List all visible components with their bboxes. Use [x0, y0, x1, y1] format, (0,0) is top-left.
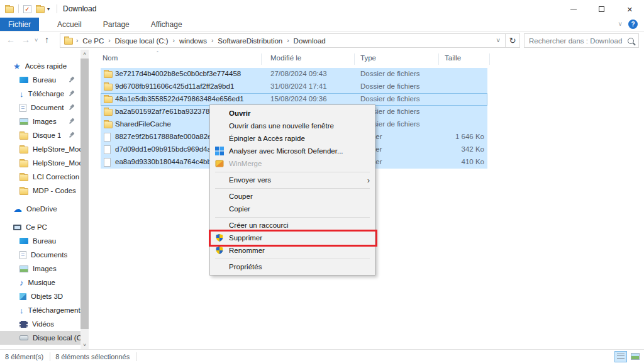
- search-input[interactable]: [529, 37, 628, 45]
- menu-item-winmerge[interactable]: WinMerge: [210, 157, 375, 170]
- breadcrumb-ce-pc[interactable]: Ce PC: [81, 37, 105, 45]
- sidebar-label: Musique: [28, 279, 55, 286]
- menu-item-epingler-acces-rapide[interactable]: Épingler à Accès rapide: [210, 132, 375, 145]
- sidebar-item-helpstore-1[interactable]: HelpStore_Mode: [0, 142, 80, 156]
- file-modified: 31/08/2024 17:41: [270, 82, 327, 90]
- address-dropdown-chevron-icon[interactable]: ˅: [491, 37, 505, 44]
- menu-item-proprietes[interactable]: Propriétés: [210, 260, 375, 273]
- sidebar-label: Ce PC: [26, 223, 47, 231]
- column-divider[interactable]: [438, 53, 439, 65]
- menu-item-creer-raccourci[interactable]: Créer un raccourci: [210, 219, 375, 232]
- column-header-modifie-le[interactable]: Modifié le: [270, 54, 301, 62]
- menu-item-ouvrir-nouvelle-fenetre[interactable]: Ouvrir dans une nouvelle fenêtre: [210, 120, 375, 132]
- sidebar-item-ce-pc[interactable]: Ce PC: [0, 220, 80, 234]
- column-divider[interactable]: [261, 53, 262, 65]
- sidebar-item-images[interactable]: Images: [0, 262, 80, 276]
- menu-item-envoyer-vers[interactable]: Envoyer vers ›: [210, 174, 375, 186]
- menu-item-ouvrir[interactable]: Ouvrir: [210, 107, 375, 120]
- sidebar-item-disque-local-c[interactable]: Disque local (C:): [0, 331, 80, 345]
- sidebar-item-onedrive[interactable]: ☁ OneDrive: [0, 202, 80, 216]
- sidebar-label: Documents: [31, 251, 67, 259]
- sidebar-item-documents[interactable]: Documents: [0, 248, 80, 262]
- breadcrumb-download[interactable]: Download: [292, 37, 327, 45]
- file-type: Dossier de fichiers: [360, 95, 420, 103]
- table-row[interactable]: 9d6708fb911606c425d11af2ff2a9bd1 31/08/2…: [101, 81, 487, 93]
- menu-item-analyser-defender[interactable]: Analyser avec Microsoft Defender...: [210, 145, 375, 157]
- menu-separator: [210, 186, 375, 190]
- tab-partage[interactable]: Partage: [95, 18, 138, 31]
- folder-icon: [104, 84, 113, 91]
- file-name: SharedFileCache: [115, 120, 171, 128]
- sidebar-item-mdp-codes[interactable]: MDP - Codes: [0, 184, 80, 198]
- minimize-button[interactable]: [559, 0, 587, 18]
- menu-label: Ouvrir: [229, 109, 251, 117]
- file-icon: [104, 158, 111, 167]
- column-divider[interactable]: [489, 53, 490, 65]
- sidebar-label: Accès rapide: [25, 62, 67, 70]
- qat-checkmark-icon[interactable]: ✓: [23, 5, 31, 13]
- menu-separator: [210, 257, 375, 260]
- forward-icon[interactable]: →: [21, 35, 30, 45]
- search-icon[interactable]: [628, 38, 634, 44]
- refresh-icon[interactable]: ↻: [506, 36, 519, 45]
- sidebar-scrollbar[interactable]: ˄ ˅: [80, 50, 89, 349]
- folder-icon: [19, 174, 28, 181]
- recent-locations-chevron-icon[interactable]: ˅: [35, 37, 38, 43]
- sidebar-item-images-qa[interactable]: Images: [0, 114, 80, 128]
- details-view-button[interactable]: [614, 351, 627, 362]
- menu-item-supprimer[interactable]: Supprimer: [210, 232, 375, 244]
- scroll-up-icon[interactable]: ˄: [80, 51, 89, 57]
- sidebar-item-objets-3d[interactable]: Objets 3D: [0, 289, 80, 303]
- sidebar-item-disque-1[interactable]: Disque 1: [0, 128, 80, 142]
- column-header-taille[interactable]: Taille: [445, 54, 461, 62]
- sidebar-item-telechargements-qa[interactable]: ↓ Téléchargements: [0, 87, 80, 101]
- menu-item-renommer[interactable]: Renommer: [210, 244, 375, 257]
- selected-count: 8 éléments sélectionnés: [50, 353, 136, 360]
- thumbnails-view-button[interactable]: [629, 351, 641, 362]
- table-row[interactable]: 3e7217d4b4002b8e5c0b0cbf3e774458 27/08/2…: [101, 68, 487, 81]
- hard-drive-icon: [19, 335, 28, 340]
- ribbon-expand-chevron-icon[interactable]: ˅: [618, 21, 622, 28]
- sidebar-item-helpstore-2[interactable]: HelpStore_Mode: [0, 156, 80, 170]
- file-size: 342 Ko: [428, 145, 484, 153]
- maximize-button[interactable]: [587, 0, 616, 18]
- column-header-type[interactable]: Type: [360, 54, 376, 62]
- qat-folder-icon[interactable]: [36, 6, 45, 13]
- address-bar[interactable]: › Ce PC › Disque local (C:) › windows › …: [60, 33, 520, 48]
- tab-accueil[interactable]: Accueil: [49, 18, 90, 31]
- sidebar-item-videos[interactable]: Vidéos: [0, 317, 80, 331]
- qat-customize-caret-icon[interactable]: ▾: [47, 6, 50, 12]
- help-icon[interactable]: ?: [628, 20, 638, 29]
- menu-item-couper[interactable]: Couper: [210, 190, 375, 203]
- sidebar-item-quick-access[interactable]: ★ Accès rapide: [0, 59, 80, 73]
- tab-affichage[interactable]: Affichage: [143, 18, 191, 31]
- menu-item-copier[interactable]: Copier: [210, 203, 375, 215]
- sidebar-label: Images: [33, 265, 57, 272]
- scrollbar-thumb[interactable]: [80, 59, 89, 329]
- sidebar-item-bureau[interactable]: Bureau: [0, 234, 80, 248]
- sidebar-item-musique[interactable]: ♪ Musique: [0, 276, 80, 289]
- tab-fichier[interactable]: Fichier: [0, 18, 39, 31]
- sidebar-item-lci-correction[interactable]: LCI Correction ar: [0, 170, 80, 184]
- breadcrumb-chevron-icon: ›: [284, 37, 292, 44]
- sidebar-item-bureau-qa[interactable]: Bureau: [0, 73, 80, 87]
- sidebar-item-telechargements[interactable]: ↓ Téléchargements: [0, 303, 80, 317]
- column-header-nom[interactable]: Nom: [103, 54, 118, 62]
- status-bar: 8 élément(s) 8 éléments sélectionnés: [0, 349, 644, 363]
- back-icon[interactable]: ←: [6, 35, 15, 45]
- sidebar-item-documents-qa[interactable]: Documents: [0, 101, 80, 114]
- breadcrumb-windows[interactable]: windows: [178, 37, 208, 45]
- scroll-down-icon[interactable]: ˅: [80, 342, 89, 348]
- breadcrumb-softwaredistribution[interactable]: SoftwareDistribution: [216, 37, 284, 45]
- close-button[interactable]: ×: [616, 0, 644, 18]
- sidebar-label: HelpStore_Mode: [33, 145, 80, 153]
- thumbnails-view-icon: [631, 353, 640, 360]
- breadcrumb-disque-local[interactable]: Disque local (C:): [114, 37, 170, 45]
- document-icon: [19, 251, 26, 259]
- table-row[interactable]: 48a1e5db3558522d479863484e656ed1 15/08/2…: [101, 93, 487, 106]
- folder-icon: [19, 133, 28, 140]
- sidebar-label: HelpStore_Mode: [33, 159, 80, 167]
- column-divider[interactable]: [354, 53, 355, 65]
- up-icon[interactable]: ↑: [45, 35, 49, 45]
- video-icon: [19, 321, 28, 328]
